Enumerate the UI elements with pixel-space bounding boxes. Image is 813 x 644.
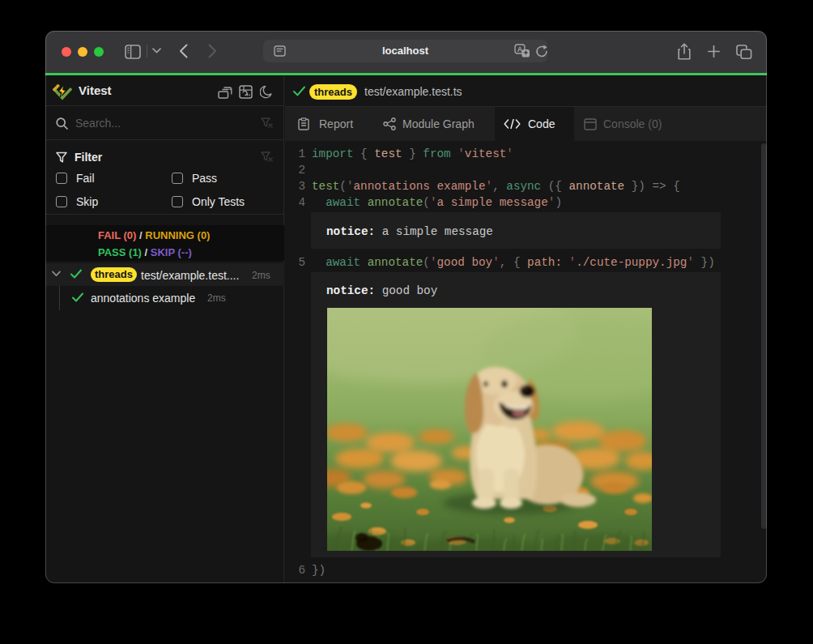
svg-text:✦: ✦ xyxy=(523,49,529,57)
